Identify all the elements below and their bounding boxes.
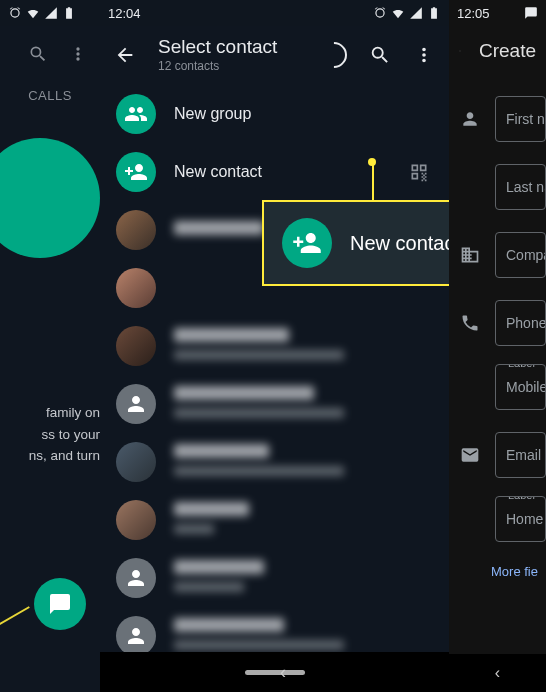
add-person-icon	[292, 228, 322, 258]
email-label-field[interactable]: Label Home	[495, 496, 546, 542]
calls-screen: CALLS family on ss to your ns, and turn	[0, 0, 100, 692]
company-field[interactable]: Compa	[495, 232, 546, 278]
avatar	[116, 616, 156, 656]
more-icon[interactable]	[413, 44, 435, 66]
nav-bar: ‹	[100, 652, 449, 692]
calls-tab[interactable]: CALLS	[0, 78, 100, 117]
status-bar	[0, 0, 100, 26]
contact-row[interactable]	[100, 317, 449, 375]
avatar	[116, 210, 156, 250]
qr-icon[interactable]	[409, 162, 429, 182]
new-group-row[interactable]: New group	[100, 85, 449, 143]
avatar	[116, 442, 156, 482]
phone-field[interactable]: Phone	[495, 300, 546, 346]
search-icon[interactable]	[28, 44, 48, 64]
search-icon[interactable]	[369, 44, 391, 66]
person-icon	[460, 109, 480, 129]
battery-icon	[62, 6, 76, 20]
first-name-field[interactable]: First na	[495, 96, 546, 142]
contact-row[interactable]	[100, 433, 449, 491]
avatar	[116, 384, 156, 424]
add-person-icon	[124, 160, 148, 184]
signal-icon	[44, 6, 58, 20]
app-bar: Select contact 12 contacts	[100, 26, 449, 81]
top-actions	[0, 26, 100, 78]
avatar	[116, 326, 156, 366]
nav-back[interactable]: ‹	[280, 662, 286, 683]
phone-icon	[460, 313, 480, 333]
contact-row[interactable]	[100, 375, 449, 433]
select-contact-screen: 12:04 Select contact 12 contacts New gro…	[100, 0, 449, 692]
create-contact-screen: 12:05 Create First na Last na Compa Phon…	[449, 0, 546, 692]
alarm-icon	[8, 6, 22, 20]
phone-label-field[interactable]: Label Mobile	[495, 364, 546, 410]
nav-back[interactable]: ‹	[495, 664, 500, 682]
clock: 12:04	[108, 6, 141, 21]
nav-bar: ‹	[449, 654, 546, 692]
loading-spinner	[316, 36, 353, 73]
message-icon	[524, 6, 538, 20]
signal-icon	[409, 6, 423, 20]
group-icon	[124, 102, 148, 126]
wifi-icon	[391, 6, 405, 20]
close-icon[interactable]	[459, 40, 461, 62]
contact-list: New group New contact	[100, 81, 449, 692]
page-title: Create	[479, 40, 536, 62]
avatar	[116, 268, 156, 308]
onboarding-text: family on ss to your ns, and turn	[0, 402, 100, 467]
contact-row[interactable]	[100, 549, 449, 607]
email-field[interactable]: Email	[495, 432, 546, 478]
contact-form: First na Last na Compa Phone Label Mobil…	[449, 76, 546, 579]
battery-icon	[427, 6, 441, 20]
new-contact-row[interactable]: New contact	[100, 143, 449, 201]
company-icon	[460, 245, 480, 265]
status-bar: 12:05	[449, 0, 546, 26]
app-bar: Create	[449, 26, 546, 76]
back-icon[interactable]	[114, 44, 136, 66]
email-icon	[460, 445, 480, 465]
avatar	[116, 500, 156, 540]
nav-home[interactable]	[245, 670, 305, 675]
clock: 12:05	[457, 6, 490, 21]
wifi-icon	[26, 6, 40, 20]
callout-line	[0, 606, 30, 628]
status-bar: 12:04	[100, 0, 449, 26]
more-fields-link[interactable]: More fie	[459, 564, 546, 579]
avatar	[116, 558, 156, 598]
more-icon[interactable]	[68, 44, 88, 64]
new-contact-callout[interactable]: New contact	[262, 200, 449, 286]
contact-row[interactable]	[100, 491, 449, 549]
new-chat-fab[interactable]	[34, 578, 86, 630]
last-name-field[interactable]: Last na	[495, 164, 546, 210]
chat-icon	[48, 592, 72, 616]
page-title: Select contact	[158, 36, 299, 58]
contact-count: 12 contacts	[158, 59, 299, 73]
alarm-icon	[373, 6, 387, 20]
